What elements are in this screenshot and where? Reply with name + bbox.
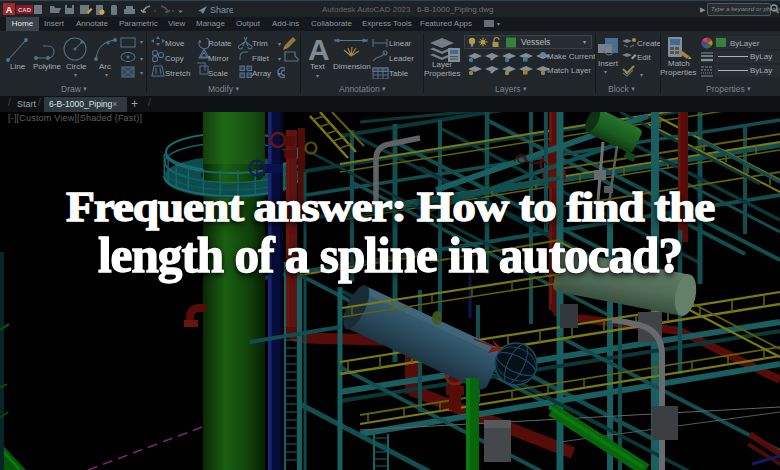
svg-text:Share: Share bbox=[210, 5, 233, 15]
svg-text:A: A bbox=[6, 5, 13, 15]
svg-text:CAD: CAD bbox=[18, 7, 32, 13]
svg-text:▾: ▾ bbox=[140, 56, 143, 62]
svg-text:▾: ▾ bbox=[140, 70, 143, 76]
svg-text:▾: ▾ bbox=[140, 39, 143, 45]
